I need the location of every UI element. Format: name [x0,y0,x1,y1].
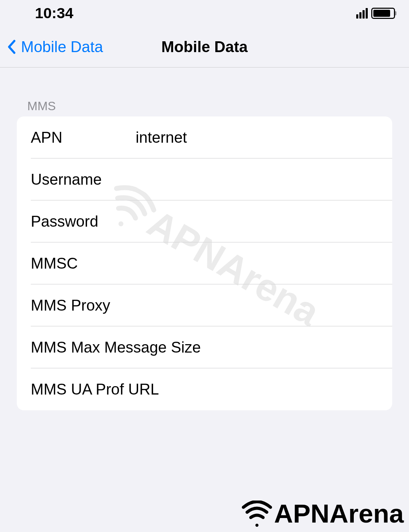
row-mms-proxy[interactable]: MMS Proxy [17,284,392,326]
nav-bar: Mobile Data Mobile Data [0,26,409,68]
watermark-text: APNArena [274,498,404,529]
content: MMS APN internet Username Password MMSC … [0,68,409,410]
battery-icon [371,8,395,19]
row-mms-max-message-size[interactable]: MMS Max Message Size [17,326,392,368]
row-value: internet [136,129,392,146]
back-label: Mobile Data [21,38,103,56]
chevron-left-icon [7,40,16,54]
page-title: Mobile Data [162,38,248,56]
section-header-mms: MMS [17,68,392,116]
row-mmsc[interactable]: MMSC [17,242,392,284]
back-button[interactable]: Mobile Data [0,38,103,56]
row-label: Password [31,213,136,230]
row-label: MMSC [31,255,136,272]
status-time: 10:34 [35,5,73,22]
row-label: Username [31,171,136,188]
settings-group-mms: APN internet Username Password MMSC MMS … [17,116,392,410]
wifi-icon [241,501,273,527]
row-mms-ua-prof-url[interactable]: MMS UA Prof URL [17,368,392,410]
row-label: MMS UA Prof URL [31,381,159,398]
row-password[interactable]: Password [17,200,392,242]
row-label: MMS Proxy [31,297,136,314]
row-label: APN [31,129,136,146]
row-username[interactable]: Username [17,158,392,200]
row-label: MMS Max Message Size [31,339,201,356]
status-icons [356,8,395,19]
status-bar: 10:34 [0,0,409,26]
watermark-bottom: APNArena [241,498,404,529]
cellular-signal-icon [356,8,368,19]
row-apn[interactable]: APN internet [17,116,392,158]
